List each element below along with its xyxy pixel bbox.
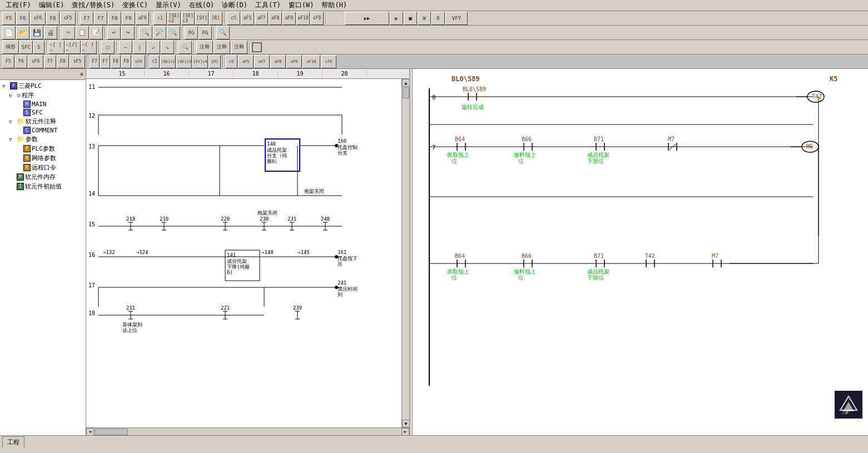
tb-btn-sy[interactable]: [SY]	[195, 12, 209, 25]
tb-run-btn[interactable]: ▶▶	[345, 12, 389, 25]
menu-edit[interactable]: 编辑(E)	[36, 0, 68, 11]
scroll-down-btn[interactable]: ▼	[402, 420, 409, 427]
fk-c5[interactable]: c5	[225, 55, 237, 68]
tb-btn-1[interactable]: F5	[2, 12, 16, 25]
menu-online[interactable]: 在线(O)	[186, 0, 218, 11]
tb-btn-af5[interactable]: aF5	[241, 12, 254, 25]
tb3-vline[interactable]: |	[133, 41, 146, 54]
fk-sf6[interactable]: sF6	[28, 55, 43, 68]
tb-read-btn[interactable]: R	[431, 12, 445, 25]
tb-btn-c1[interactable]: c1	[153, 12, 167, 25]
tb3-comment[interactable]: 注释	[196, 41, 213, 54]
scroll-left-btn[interactable]: ◄	[86, 428, 94, 436]
tb3-commentc[interactable]: 注释	[231, 41, 247, 54]
scroll-up-btn[interactable]: ▲	[402, 79, 409, 87]
tb3-hline[interactable]: —	[119, 41, 132, 54]
tb-btn-af9[interactable]: aF9	[136, 12, 149, 25]
tree-item-params-folder[interactable]: ▽ 📁 参数	[8, 135, 85, 144]
fk-af8[interactable]: aF8	[270, 55, 286, 68]
tb2-zoomin[interactable]: 🔍	[216, 26, 230, 39]
tb-btn-c2[interactable]: [SE]c2	[167, 12, 181, 25]
scroll-h-track[interactable]	[94, 428, 401, 436]
fk-sf5[interactable]: sF5	[70, 55, 85, 68]
tb3-coil[interactable]: —( )—	[81, 41, 97, 54]
tb3-contact-nc[interactable]: —|/|—	[65, 41, 81, 54]
tb2-print[interactable]: 🖨	[44, 26, 57, 39]
scroll-track[interactable]	[402, 87, 409, 420]
tree-item-plc[interactable]: ▽ P 三菱PLC	[1, 81, 85, 91]
tb3-sfc[interactable]: SFC	[19, 41, 33, 54]
tb-btn-af8[interactable]: aF8	[269, 12, 282, 25]
fk-sf9[interactable]: sF9	[132, 55, 145, 68]
tree-area[interactable]: ▽ P 三菱PLC ▽ ⚙ 程序 M MAIN S SFC ▽	[0, 80, 86, 435]
fk-r[interactable]: [R]	[209, 55, 221, 68]
tb-btn-f8[interactable]: F8	[108, 12, 121, 25]
tb3-box[interactable]: □	[101, 41, 115, 54]
tb2-new[interactable]: 📄	[2, 26, 16, 39]
tb2-prog[interactable]: PG	[185, 26, 198, 39]
tb3-commentb[interactable]: 注释	[214, 41, 230, 54]
menu-help[interactable]: 帮助(H)	[318, 0, 350, 11]
fk-af7[interactable]: aF7	[254, 55, 270, 68]
tb2-open[interactable]: 📂	[16, 26, 29, 39]
tb3-step[interactable]: S	[33, 41, 44, 54]
tb2-cut[interactable]: ✂	[62, 26, 75, 39]
tb2-find[interactable]: 🔍	[139, 26, 152, 39]
fk-f7[interactable]: F7	[44, 55, 56, 68]
tb2-progb[interactable]: PG	[199, 26, 212, 39]
tree-item-netparam[interactable]: N 网络参数	[14, 153, 85, 163]
fk-cf9[interactable]: cF9	[321, 55, 336, 68]
tb2-findc[interactable]: 🔍	[167, 26, 180, 39]
tb-btn-sF5[interactable]: sF5	[60, 12, 76, 25]
tb-write-btn[interactable]: W	[418, 12, 431, 25]
tree-item-main[interactable]: M MAIN	[14, 100, 85, 108]
menu-project[interactable]: 工程(F)	[2, 0, 34, 11]
tb-btn-c5[interactable]: c5	[227, 12, 240, 25]
tb3-dlineb[interactable]: ↘	[161, 41, 174, 54]
tb-btn-cf9[interactable]: cF9	[310, 12, 324, 25]
tb2-undo[interactable]: ↩	[107, 26, 121, 39]
tb-btn-f7b[interactable]: F7	[94, 12, 107, 25]
tb-btn-r[interactable]: [R]	[209, 12, 222, 25]
tb-stop-btn[interactable]: ■	[404, 12, 417, 25]
project-panel-close[interactable]: ×	[80, 71, 83, 77]
tb-monitor-btn[interactable]: ▶	[390, 12, 403, 25]
fk-f9[interactable]: F9	[121, 55, 131, 68]
status-tab-project[interactable]: 工程	[2, 436, 24, 447]
scroll-bar-h-left[interactable]: ◄ ►	[86, 427, 409, 435]
tb-btn-F8[interactable]: F8	[46, 12, 59, 25]
scroll-right-btn[interactable]: ►	[401, 428, 409, 436]
tb-btn-2[interactable]: F6	[16, 12, 29, 25]
tree-item-comment-folder[interactable]: ▽ 📁 软元件注释	[8, 117, 85, 126]
tb-btn-c3[interactable]: [SE]c3	[181, 12, 195, 25]
fk-f5[interactable]: F5	[2, 55, 14, 68]
fk-f8[interactable]: F8	[57, 55, 69, 68]
menu-find[interactable]: 查找/替换(S)	[68, 0, 118, 11]
fk-f6[interactable]: F6	[15, 55, 27, 68]
tree-item-plcparam[interactable]: P PLC参数	[14, 144, 85, 153]
menu-tools[interactable]: 工具(T)	[252, 0, 284, 11]
tb2-save[interactable]: 💾	[30, 26, 43, 39]
tb-verify-btn[interactable]: VFY	[445, 12, 468, 25]
tb-btn-af7[interactable]: aF7	[255, 12, 268, 25]
fk-af9[interactable]: aF9	[286, 55, 302, 68]
tb-btn-sF6[interactable]: sF6	[30, 12, 46, 25]
fk-af10[interactable]: aF10	[302, 55, 320, 68]
menu-transform[interactable]: 变换(C)	[119, 0, 151, 11]
fk-sy-c4[interactable]: [SY]c4	[192, 55, 208, 68]
scroll-h-thumb[interactable]	[95, 429, 128, 435]
tree-item-remote[interactable]: R 远程口令	[14, 163, 85, 172]
fk-c1[interactable]: c1	[150, 55, 160, 68]
fk-af5[interactable]: aF5	[238, 55, 254, 68]
tree-item-program[interactable]: ▽ ⚙ 程序	[8, 91, 85, 100]
ladder-content-left[interactable]: 11 12 13 14 15 16 17 18 140 成品托架	[86, 79, 409, 427]
fk-se-c3[interactable]: [SE]c3	[176, 55, 192, 68]
tb3-ladder[interactable]: 梯形	[2, 41, 19, 54]
fk-f8b[interactable]: F8	[111, 55, 121, 68]
tb-btn-f7[interactable]: F7	[80, 12, 93, 25]
tree-item-devinit[interactable]: I 软元件初始值	[8, 182, 85, 191]
tb2-findb[interactable]: 🔎	[153, 26, 166, 39]
tb-btn-af10[interactable]: aF10	[296, 12, 310, 25]
tree-item-devmem[interactable]: M 软元件内存	[8, 172, 85, 182]
fk-f7c[interactable]: F7	[100, 55, 110, 68]
